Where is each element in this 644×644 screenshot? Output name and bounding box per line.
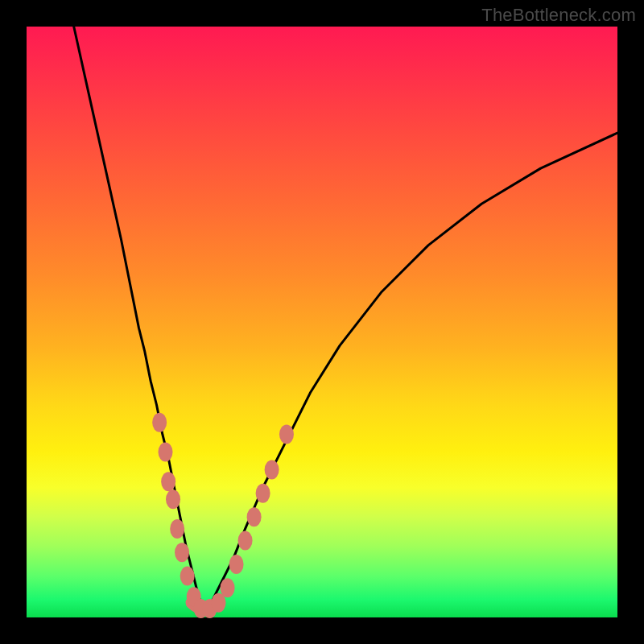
data-marker (238, 531, 253, 551)
curve-left-branch (74, 27, 204, 612)
data-marker (170, 519, 184, 539)
curve-layer (74, 27, 617, 612)
data-marker (166, 489, 180, 509)
data-marker (229, 555, 244, 574)
curve-right-branch (204, 133, 617, 612)
data-marker (247, 507, 262, 526)
marker-layer (152, 413, 294, 618)
data-marker (175, 543, 189, 562)
chart-svg (27, 27, 617, 617)
data-marker (265, 460, 279, 480)
data-marker (256, 484, 270, 503)
data-marker (221, 578, 235, 597)
data-marker (158, 442, 172, 461)
data-marker (180, 567, 195, 586)
data-marker (152, 413, 167, 432)
attribution-text: TheBottleneck.com (481, 5, 636, 26)
data-marker (279, 424, 294, 444)
plot-area (27, 27, 617, 617)
chart-frame: TheBottleneck.com (0, 0, 644, 644)
data-marker (161, 472, 175, 491)
